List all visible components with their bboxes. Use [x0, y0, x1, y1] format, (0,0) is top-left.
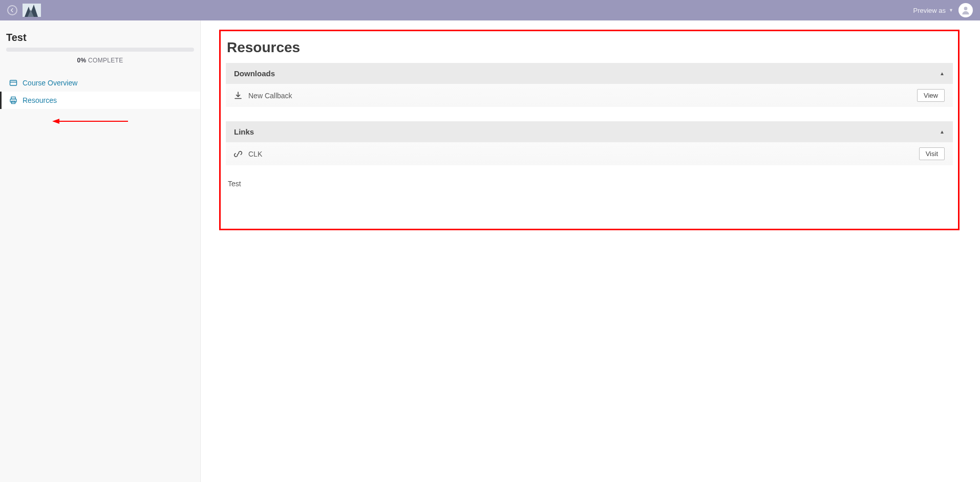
- topbar-left: [7, 4, 41, 17]
- topbar-right: Preview as ▼: [913, 3, 973, 17]
- section-header-links[interactable]: Links ▲: [226, 121, 953, 142]
- print-icon: [9, 96, 17, 104]
- section-heading: Links: [234, 127, 254, 136]
- section-header-downloads[interactable]: Downloads ▲: [226, 63, 953, 84]
- download-icon: [234, 92, 242, 100]
- svg-rect-5: [10, 99, 16, 102]
- content-card: Resources Downloads ▲ New Callback View: [219, 30, 960, 230]
- row-left: CLK: [234, 150, 262, 158]
- progress-text: 0% COMPLETE: [6, 52, 194, 71]
- card-icon: [9, 79, 17, 87]
- progress-wrap: 0% COMPLETE: [0, 48, 200, 74]
- section-links: Links ▲ CLK Visit: [226, 121, 953, 165]
- preview-as-label: Preview as: [913, 7, 946, 14]
- sidebar-item-label: Resources: [23, 96, 57, 104]
- progress-suffix: COMPLETE: [86, 57, 123, 64]
- view-button[interactable]: View: [917, 89, 945, 102]
- course-title: Test: [0, 20, 200, 48]
- sidebar-item-label: Course Overview: [23, 79, 77, 87]
- progress-bar: [6, 48, 194, 52]
- download-item-label: New Callback: [248, 92, 292, 100]
- chevron-down-icon: ▼: [949, 8, 953, 13]
- link-item-label: CLK: [248, 150, 262, 158]
- svg-rect-2: [10, 80, 17, 85]
- row-left: New Callback: [234, 92, 292, 100]
- visit-button[interactable]: Visit: [919, 147, 945, 160]
- annotation-arrow: [51, 118, 128, 128]
- page-title: Resources: [226, 39, 953, 63]
- link-icon: [234, 150, 242, 158]
- nav-list: Course Overview Resources: [0, 74, 200, 109]
- sidebar: Test 0% COMPLETE Course Overview Resourc…: [0, 20, 201, 482]
- preview-as-dropdown[interactable]: Preview as ▼: [913, 7, 954, 14]
- body-text: Test: [226, 180, 953, 188]
- section-downloads: Downloads ▲ New Callback View: [226, 63, 953, 107]
- back-button[interactable]: [7, 5, 17, 15]
- layout: Test 0% COMPLETE Course Overview Resourc…: [0, 20, 980, 482]
- chevron-up-icon: ▲: [940, 129, 945, 135]
- download-row: New Callback View: [226, 84, 953, 107]
- progress-percent: 0%: [77, 57, 87, 64]
- sidebar-item-course-overview[interactable]: Course Overview: [0, 74, 200, 92]
- svg-point-1: [964, 7, 968, 10]
- avatar[interactable]: [958, 3, 973, 17]
- link-row: CLK Visit: [226, 142, 953, 165]
- section-heading: Downloads: [234, 69, 275, 78]
- svg-marker-8: [52, 119, 59, 124]
- chevron-up-icon: ▲: [940, 71, 945, 76]
- sidebar-item-resources[interactable]: Resources: [0, 92, 200, 109]
- main: Resources Downloads ▲ New Callback View: [201, 20, 980, 482]
- topbar: Preview as ▼: [0, 0, 980, 20]
- logo[interactable]: [23, 4, 41, 17]
